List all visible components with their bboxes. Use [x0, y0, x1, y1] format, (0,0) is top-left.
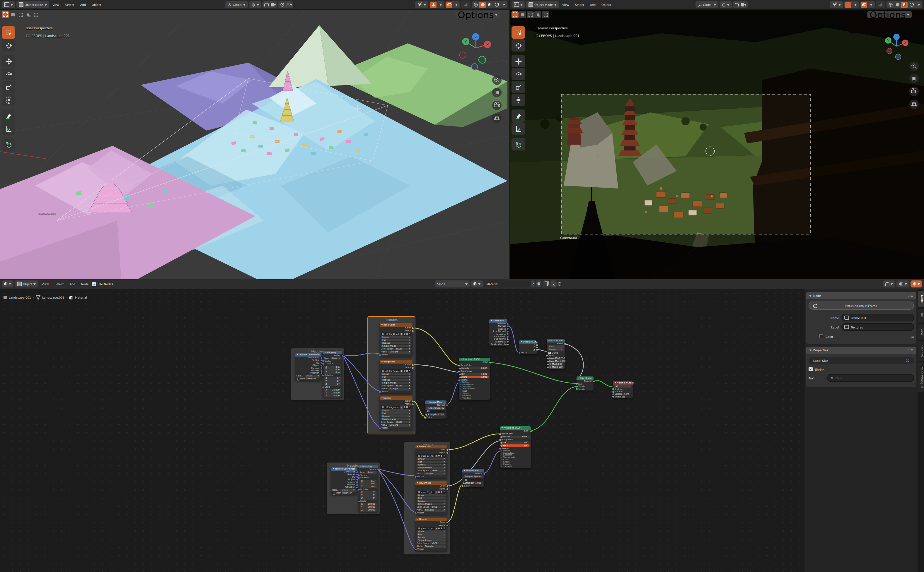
menu-object[interactable]: Object — [599, 1, 614, 8]
image-texture-node-normal[interactable]: Normal Color Alpha grass 03_No...2× Line… — [415, 518, 447, 551]
alpha-slider-keyed[interactable]: Alpha1.000 — [460, 376, 489, 379]
node-header[interactable]: Mapping — [358, 465, 378, 468]
source-select[interactable]: Single Image — [417, 503, 446, 505]
node-header[interactable]: Normal Map — [425, 401, 446, 404]
material-output-node[interactable]: Material Output All Surface Volume Displ… — [613, 381, 633, 398]
users-count[interactable]: 2 — [435, 527, 437, 530]
select-mode-invert[interactable] — [534, 11, 541, 18]
gizmo-z-neg[interactable] — [471, 64, 478, 70]
projection-select[interactable]: Flat — [417, 460, 446, 463]
tool-move[interactable] — [511, 55, 525, 67]
unlink-icon[interactable]: × — [443, 527, 445, 530]
gizmo-x-neg[interactable] — [460, 52, 466, 58]
region-collapse-icon[interactable]: ‹ — [505, 59, 507, 64]
input-color[interactable]: Color — [425, 416, 446, 419]
users-count[interactable]: 2 — [400, 333, 403, 335]
input-shader-1[interactable]: Shader — [577, 385, 594, 388]
output-color[interactable]: Color — [380, 327, 413, 330]
output-alpha[interactable]: Alpha — [415, 488, 447, 491]
extras-menu-icon[interactable]: ≡ — [911, 334, 914, 339]
menu-add[interactable]: Add — [588, 1, 598, 8]
extension-select[interactable]: Repeat — [417, 463, 446, 466]
input-vector[interactable]: Vector — [415, 512, 447, 514]
color-checkbox[interactable] — [819, 334, 823, 339]
scale-y[interactable]: Y20.000 — [360, 506, 377, 508]
interpolation-select[interactable]: Linear — [381, 409, 411, 412]
menu-view[interactable]: View — [50, 1, 62, 8]
image-selector[interactable]: cliff 05_Albed...2× — [381, 333, 411, 336]
tool-add-cube[interactable] — [511, 138, 525, 151]
input-scale[interactable]: Scale — [323, 386, 342, 389]
shield-icon[interactable] — [438, 455, 440, 457]
strength-slider[interactable]: Strength1.000 — [463, 482, 483, 485]
output-bsdf[interactable]: BSDF — [459, 361, 490, 364]
clamp-row[interactable]: ✓Clamp — [547, 351, 565, 354]
output-object[interactable]: Object — [295, 364, 321, 367]
users-count[interactable]: 2 — [435, 491, 437, 493]
output-incoming[interactable]: Incoming — [489, 333, 507, 336]
input-location[interactable]: Location — [358, 477, 378, 480]
node-panel-header[interactable]: Node — [806, 292, 916, 299]
overlays-settings[interactable] — [453, 2, 460, 8]
rotation-z[interactable]: Z0° — [324, 383, 341, 385]
pivot-select[interactable] — [249, 1, 262, 8]
alpha-slider-keyed[interactable]: Alpha1.000 — [501, 445, 530, 447]
location-z[interactable]: Z0 m — [360, 486, 377, 488]
projection-select[interactable]: Flat — [381, 376, 411, 378]
shading-solid-icon[interactable] — [479, 2, 486, 8]
normal-map-node[interactable]: Normal Map Normal Tangent Space Strength… — [462, 469, 484, 487]
panel-thin-film[interactable]: Thin Film — [459, 398, 490, 400]
image-texture-node-roughness[interactable]: Roughness Color Alpha cliff 05_Roug...2×… — [380, 360, 413, 393]
gizmo-x-neg[interactable] — [887, 48, 892, 54]
properties-panel-header[interactable]: Properties — [806, 347, 916, 354]
scale-z[interactable]: Z20.000 — [324, 395, 341, 397]
interpolation-select[interactable]: Linear — [381, 373, 411, 375]
interpolation-select[interactable]: Linear — [417, 530, 446, 533]
gizmo-y[interactable]: Y — [464, 39, 467, 44]
interpolation-select[interactable]: Linear — [417, 457, 446, 460]
tool-select-box[interactable] — [511, 26, 525, 39]
mapping-type-select[interactable]: Point — [331, 357, 341, 360]
input-rotation[interactable]: Rotation — [358, 488, 378, 491]
unlink-icon[interactable]: × — [443, 491, 445, 493]
input-roughness[interactable]: Roughness — [459, 370, 490, 373]
shading-material-icon[interactable] — [486, 2, 493, 8]
gizmo-x[interactable]: X — [904, 41, 907, 45]
input-vector[interactable]: Vector — [519, 351, 537, 354]
from-instancer-row[interactable]: From Instancer — [295, 378, 321, 381]
tab-options[interactable]: Options — [918, 341, 924, 361]
input-vector[interactable]: Vector — [415, 548, 447, 551]
snap-toggle-magnet-icon[interactable] — [734, 2, 740, 8]
projection-select[interactable]: Flat — [381, 412, 411, 415]
input-fac[interactable]: Fac — [577, 383, 594, 385]
node-header[interactable]: Geometry — [489, 319, 507, 323]
tool-scale[interactable] — [2, 81, 15, 93]
expand-arrow[interactable]: › — [809, 334, 817, 338]
node-header[interactable]: Separate XYZ — [519, 340, 537, 344]
tool-scale[interactable] — [511, 81, 525, 93]
strength-slider[interactable]: Strength1.000 — [426, 413, 445, 416]
input-shader-2[interactable]: Shader — [577, 388, 594, 390]
output-reflection[interactable]: Reflection — [295, 372, 321, 375]
pivot-select[interactable] — [720, 1, 732, 8]
menu-select[interactable]: Select — [63, 1, 77, 8]
source-select[interactable]: Single Image — [417, 539, 446, 542]
to-max[interactable]: To Max2.600 — [548, 366, 564, 368]
output-true-normal[interactable]: True Normal — [489, 330, 507, 333]
mapping-node[interactable]: Mapping Vector Type:Point Vector Locatio… — [323, 351, 342, 398]
source-select[interactable]: Single Image — [417, 466, 446, 469]
gizmo-y-neg[interactable] — [479, 56, 486, 63]
new-material-copy-icon[interactable] — [543, 280, 549, 288]
folder-icon[interactable] — [441, 455, 443, 457]
ior-slider[interactable]: IOR1.000 — [501, 441, 530, 444]
menu-view[interactable]: View — [39, 280, 51, 288]
scale-z[interactable]: Z20.000 — [360, 509, 377, 511]
alpha-mode-select[interactable]: Straight — [388, 424, 411, 426]
output-tangent[interactable]: Tangent — [489, 328, 507, 331]
node-header[interactable]: Roughness — [415, 481, 447, 485]
output-position[interactable]: Position — [489, 323, 507, 325]
unlink-icon[interactable]: × — [443, 455, 445, 457]
output-alpha[interactable]: Alpha — [415, 524, 447, 527]
shield-icon[interactable] — [404, 406, 405, 408]
output-window[interactable]: Window — [331, 483, 357, 486]
